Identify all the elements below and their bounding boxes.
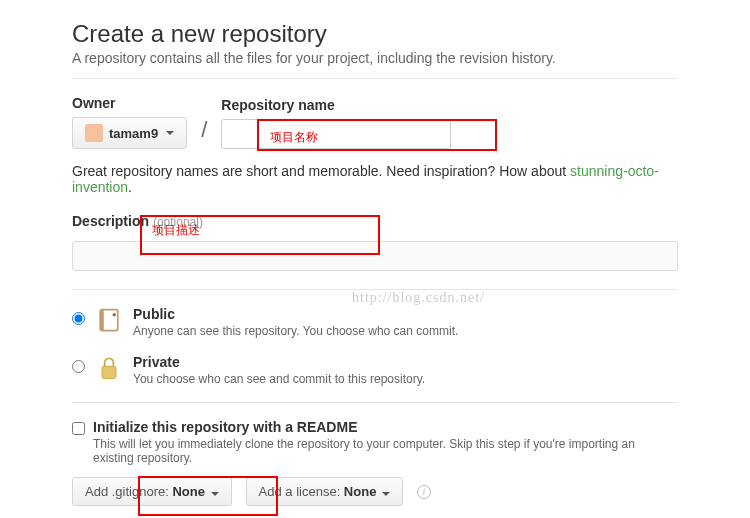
divider (72, 78, 678, 79)
annotation-text: 项目描述 (152, 222, 200, 239)
chevron-down-icon (382, 492, 390, 496)
svg-point-2 (113, 313, 117, 317)
watermark-text: http://blog.csdn.net/ (352, 290, 485, 306)
page-title: Create a new repository (72, 20, 678, 48)
info-icon[interactable]: i (417, 485, 431, 499)
init-readme-checkbox[interactable] (72, 422, 85, 435)
private-title: Private (133, 354, 180, 370)
annotation-text: 项目名称 (270, 129, 318, 146)
svg-rect-1 (100, 310, 104, 331)
page-subtitle: A repository contains all the files for … (72, 50, 678, 66)
repo-name-label: Repository name (221, 97, 451, 113)
owner-username: tamam9 (109, 126, 158, 141)
owner-label: Owner (72, 95, 187, 111)
private-sub: You choose who can see and commit to thi… (133, 372, 425, 386)
slash-separator: / (197, 117, 211, 149)
repo-icon (95, 306, 123, 334)
init-sub: This will let you immediately clone the … (93, 437, 678, 465)
annotation-box (138, 476, 278, 516)
avatar-icon (85, 124, 103, 142)
owner-select-button[interactable]: tamam9 (72, 117, 187, 149)
init-title: Initialize this repository with a README (93, 419, 357, 435)
public-title: Public (133, 306, 175, 322)
svg-rect-3 (102, 366, 116, 378)
lock-icon (95, 354, 123, 382)
divider (72, 402, 678, 403)
public-sub: Anyone can see this repository. You choo… (133, 324, 458, 338)
chevron-down-icon (166, 131, 174, 135)
name-hint: Great repository names are short and mem… (72, 163, 678, 195)
public-radio[interactable] (72, 312, 85, 325)
private-radio[interactable] (72, 360, 85, 373)
